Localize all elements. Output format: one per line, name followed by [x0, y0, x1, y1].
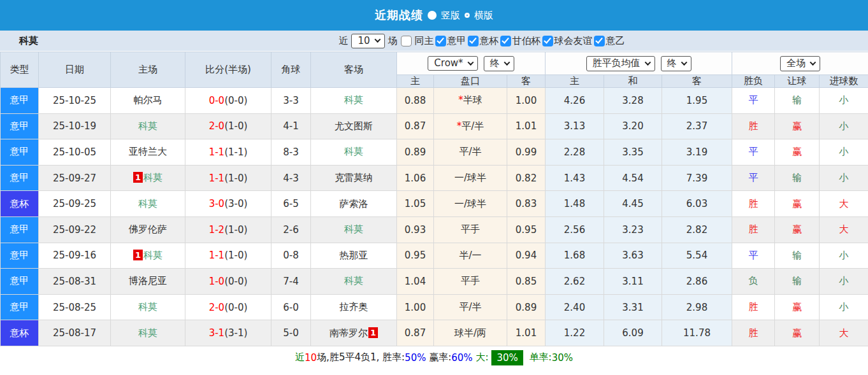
score-cell: 1-1(1-1) [185, 139, 271, 166]
odds-home-cell: 2.40 [546, 294, 604, 320]
match-count-select[interactable]: 10 [351, 34, 384, 48]
result-cell: 胜 [732, 320, 775, 346]
table-row: 意甲25-10-25帕尔马0-0(0-0)3-3科莫0.88*半球1.004.2… [1, 88, 868, 114]
sub-header-ah-away: 客 [507, 75, 546, 88]
full-score: 1-2 [209, 224, 225, 236]
away-team-name: 克雷莫纳 [335, 172, 373, 183]
corner-cell: 7-4 [271, 269, 311, 295]
handicap-line-text: 平/半 [459, 146, 481, 157]
period-select-group: 全场 [732, 52, 868, 75]
full-score: 1-1 [209, 146, 225, 158]
page-title: 近期战绩 [375, 8, 423, 23]
home-team-cell: 1科莫 [111, 165, 185, 191]
odds-away-cell: 3.19 [662, 139, 732, 166]
odds-draw-cell: 3.35 [604, 139, 662, 166]
corner-cell: 2-6 [271, 216, 311, 243]
handicap-away-odds: 0.95 [507, 216, 546, 243]
handicap-away-odds: 0.85 [507, 269, 546, 295]
table-row: 意甲25-09-161科莫1-1(1-0)0-8热那亚0.95半/一0.941.… [1, 243, 868, 269]
away-team-name: 热那亚 [340, 250, 368, 261]
away-team-cell: 科莫 [311, 139, 397, 166]
score-cell: 1-1(1-0) [185, 243, 271, 269]
filter-checkbox-label[interactable]: 意甲 [447, 35, 467, 47]
summary-near-count: 10 [305, 352, 317, 364]
handicap-result-cell: 赢 [775, 320, 820, 346]
home-team-cell: 帕尔马 [111, 88, 185, 114]
odds-home-cell: 1.22 [546, 320, 604, 346]
half-score: (0-0) [224, 95, 247, 106]
filter-checkbox[interactable] [468, 36, 479, 46]
filter-checkbox[interactable] [401, 36, 412, 46]
table-row: 意甲25-08-25科莫2-0(0-0)6-0拉齐奥1.00平/半0.892.4… [1, 294, 868, 320]
home-team-name: 博洛尼亚 [129, 275, 167, 287]
date-cell: 25-10-05 [39, 139, 111, 166]
away-team-name: 科莫 [344, 94, 363, 106]
result-cell: 平 [732, 139, 775, 166]
goals-result-cell: 小 [820, 294, 868, 320]
away-team-cell: 南蒂罗尔1 [311, 320, 397, 346]
filter-checkbox-label[interactable]: 意乙 [606, 35, 625, 47]
radio-vertical-selected-icon[interactable] [428, 11, 437, 20]
filter-checkbox-label[interactable]: 甘伯杯 [512, 35, 541, 47]
goals-result-cell: 小 [820, 269, 868, 295]
away-team-cell: 尤文图斯 [311, 113, 397, 139]
filter-checkbox[interactable] [500, 36, 511, 46]
handicap-line-text: 球半/两 [454, 327, 486, 339]
date-cell: 25-09-22 [39, 216, 111, 243]
goals-result-cell: 小 [820, 243, 868, 269]
score-cell: 1-2(1-0) [185, 216, 271, 243]
radio-horizontal-icon[interactable] [465, 13, 470, 18]
odds-state-select[interactable]: 终 [661, 56, 691, 71]
radio-vertical-label[interactable]: 竖版 [441, 10, 460, 22]
score-cell: 3-0(3-0) [185, 191, 271, 217]
single-rate-value: 30% [552, 352, 573, 364]
col-header-score: 比分(半场) [185, 52, 271, 88]
sub-header-ah-line: 盘口 [434, 75, 507, 88]
handicap-result-cell: 输 [775, 88, 820, 114]
col-header-away: 客场 [311, 52, 397, 88]
date-cell: 25-08-17 [39, 320, 111, 346]
rank-badge: 1 [133, 172, 143, 183]
filter-checkbox-label[interactable]: 意杯 [480, 35, 499, 47]
away-team-name: 科莫 [344, 275, 363, 287]
away-team-name: 拉齐奥 [340, 301, 368, 313]
chevron-down-icon [681, 59, 687, 66]
win-rate-value: 50% [405, 352, 426, 364]
odds-away-cell: 1.95 [662, 88, 732, 114]
home-team-name: 科莫 [143, 172, 163, 183]
handicap-home-odds: 1.00 [397, 294, 434, 320]
sub-header-eu-away: 客 [662, 75, 732, 88]
handicap-select-group: Crow* 终 [397, 52, 546, 75]
home-team-name: 亚特兰大 [129, 146, 167, 157]
period-select-value: 全场 [786, 57, 806, 69]
bookmaker-state-select[interactable]: 终 [484, 56, 514, 71]
full-score: 0-0 [209, 95, 225, 106]
handicap-line-cell: 平/半 [434, 294, 507, 320]
date-cell: 25-10-19 [39, 113, 111, 139]
odds-away-cell: 2.98 [662, 294, 732, 320]
filter-checkbox-label[interactable]: 同主 [415, 35, 434, 47]
away-team-name: 萨索洛 [340, 198, 368, 209]
handicap-line-text: 平/半 [459, 301, 481, 313]
radio-horizontal-label[interactable]: 横版 [474, 10, 493, 22]
home-team-name: 帕尔马 [134, 94, 163, 106]
date-cell: 25-10-25 [39, 88, 111, 114]
away-team-name: 尤文图斯 [335, 120, 373, 132]
half-score: (1-0) [224, 173, 247, 184]
period-select[interactable]: 全场 [780, 56, 820, 71]
odds-away-cell: 2.86 [662, 269, 732, 295]
score-cell: 1-0(0-0) [185, 269, 271, 295]
home-team-cell: 科莫 [111, 320, 185, 346]
odds-type-select[interactable]: 胜平负均值 [586, 56, 655, 71]
handicap-rate-label: 赢率: [426, 351, 451, 364]
half-score: (3-1) [224, 327, 247, 339]
filter-checkbox[interactable] [435, 36, 446, 46]
filter-checkbox-label[interactable]: 球会友谊 [554, 35, 593, 47]
handicap-line-cell: 半/一 [434, 243, 507, 269]
bookmaker-select[interactable]: Crow* [428, 56, 477, 71]
league-type-cell: 意杯 [1, 320, 39, 346]
games-label: 场 [388, 35, 398, 47]
result-cell: 平 [732, 88, 775, 114]
filter-checkbox[interactable] [542, 36, 553, 46]
filter-checkbox[interactable] [594, 36, 605, 46]
